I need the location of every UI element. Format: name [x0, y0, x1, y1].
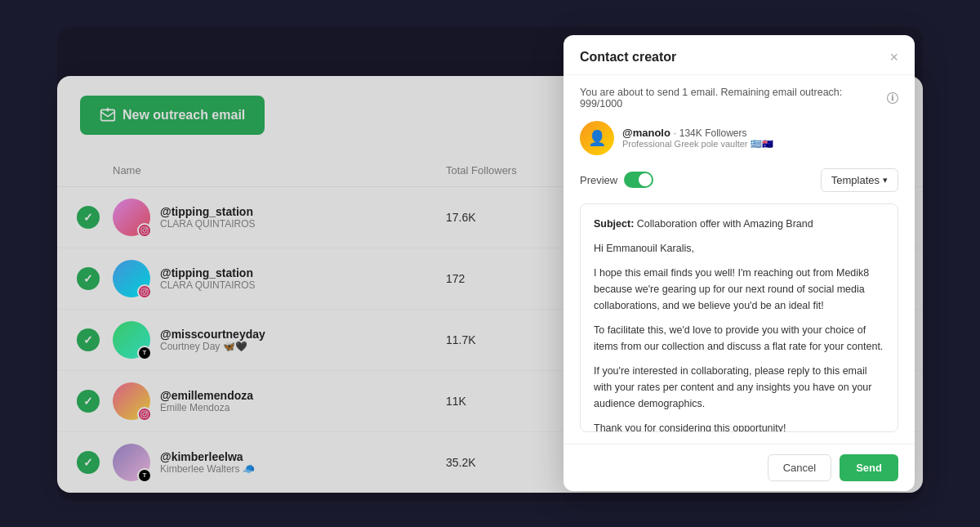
- preview-label: Preview: [580, 174, 617, 186]
- subject-value: Collaboration offer with Amazing Brand: [637, 218, 813, 230]
- subject-line: Subject: Collaboration offer with Amazin…: [594, 216, 884, 232]
- contact-creator-modal: Contact creator × You are about to send …: [564, 35, 915, 491]
- outreach-info: You are about to send 1 email. Remaining…: [580, 87, 898, 109]
- preview-toggle: Preview: [580, 172, 653, 188]
- modal-overlay: Contact creator × You are about to send …: [57, 27, 923, 501]
- modal-creator-desc: Professional Greek pole vaulter 🇬🇷🇦🇺: [622, 139, 773, 150]
- modal-close-button[interactable]: ×: [889, 50, 898, 65]
- modal-body: You are about to send 1 email. Remaining…: [564, 75, 915, 444]
- info-icon: ℹ: [887, 92, 898, 104]
- modal-creator-avatar: 👤: [580, 121, 614, 155]
- modal-creator-info: @manolo · 134K Followers Professional Gr…: [622, 127, 773, 150]
- preview-toggle-switch[interactable]: [624, 172, 653, 188]
- modal-footer: Cancel Send: [564, 444, 915, 491]
- email-body-3: If you're interested in collaborating, p…: [594, 363, 884, 412]
- send-button[interactable]: Send: [840, 454, 898, 481]
- templates-button[interactable]: Templates ▾: [821, 168, 898, 192]
- modal-creator-handle: @manolo · 134K Followers: [622, 127, 773, 139]
- email-body-1: I hope this email finds you well! I'm re…: [594, 265, 884, 314]
- email-greeting: Hi Emmanouil Karalis,: [594, 240, 884, 257]
- outreach-info-text: You are about to send 1 email. Remaining…: [580, 87, 884, 109]
- creator-preview-row: 👤 @manolo · 134K Followers Professional …: [580, 121, 898, 155]
- email-toolbar: Preview Templates ▾: [580, 168, 898, 192]
- email-body-4: Thank you for considering this opportuni…: [594, 420, 884, 432]
- email-content-box[interactable]: Subject: Collaboration offer with Amazin…: [580, 203, 898, 432]
- modal-title: Contact creator: [580, 50, 676, 65]
- modal-header: Contact creator ×: [564, 35, 915, 75]
- cancel-button[interactable]: Cancel: [768, 454, 831, 481]
- chevron-down-icon: ▾: [883, 175, 888, 185]
- email-body-2: To facilitate this, we'd love to provide…: [594, 322, 884, 355]
- subject-label: Subject:: [594, 218, 634, 230]
